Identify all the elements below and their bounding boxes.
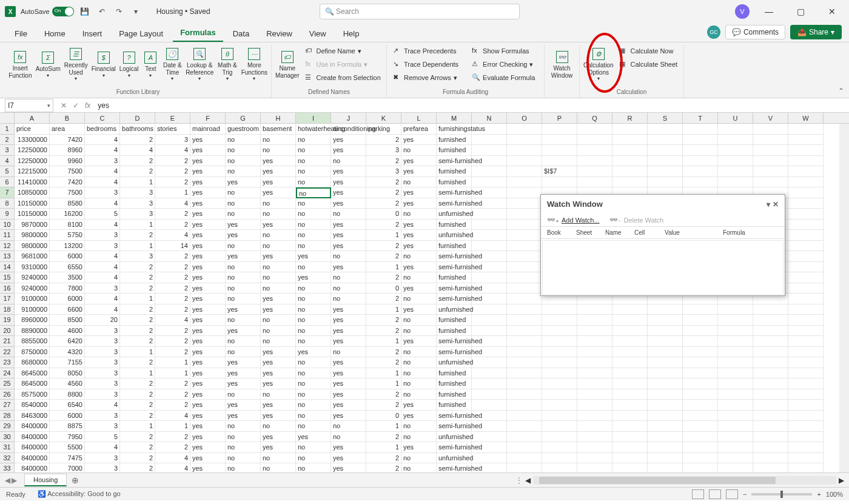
cell[interactable] (507, 272, 542, 283)
cell[interactable]: 2 (366, 251, 401, 262)
cell[interactable]: 4 (85, 262, 120, 273)
cell[interactable] (507, 421, 542, 432)
cell[interactable]: 8875 (50, 421, 85, 432)
cell[interactable]: 2 (366, 326, 401, 337)
cell[interactable]: no (296, 389, 331, 400)
cell[interactable]: 3500 (50, 272, 85, 283)
cell[interactable]: 6540 (50, 400, 85, 411)
cell[interactable] (542, 411, 577, 422)
cell[interactable]: 1 (155, 421, 190, 432)
cell[interactable]: semi-furnished (437, 421, 472, 432)
cell[interactable]: yes (190, 378, 226, 389)
cell[interactable]: no (401, 209, 437, 220)
cell[interactable]: 6000 (50, 411, 85, 422)
cell[interactable]: 8400000 (15, 453, 50, 464)
minimize-icon[interactable]: — (757, 2, 781, 21)
cell[interactable]: 8400000 (15, 442, 50, 453)
cell[interactable] (753, 421, 788, 432)
cell[interactable]: no (331, 156, 366, 167)
cell[interactable]: 5 (85, 209, 120, 220)
cell[interactable]: no (296, 442, 331, 453)
column-header[interactable]: K (366, 113, 401, 123)
cell[interactable]: 1 (120, 347, 155, 358)
cell[interactable] (612, 368, 648, 379)
cell[interactable] (577, 357, 612, 368)
cell[interactable] (683, 166, 718, 177)
cell[interactable]: 4 (85, 442, 120, 453)
cell[interactable] (472, 411, 507, 422)
cell[interactable]: yes (261, 347, 296, 358)
tab-insert[interactable]: Insert (75, 25, 110, 42)
cell[interactable]: 2 (120, 156, 155, 167)
cell[interactable]: 2 (120, 432, 155, 443)
cell[interactable] (507, 304, 542, 315)
row-header[interactable]: 5 (0, 166, 15, 177)
cell[interactable] (753, 357, 788, 368)
cell[interactable] (648, 156, 683, 167)
cell[interactable] (648, 145, 683, 156)
cell[interactable] (683, 315, 718, 326)
cell[interactable]: 7420 (50, 135, 85, 146)
cell[interactable]: no (296, 326, 331, 337)
cell[interactable] (753, 432, 788, 443)
cell[interactable] (788, 251, 824, 262)
cell[interactable]: no (296, 421, 331, 432)
cell[interactable]: no (296, 230, 331, 241)
cell[interactable] (788, 283, 824, 294)
insert-function-button[interactable]: fxInsert Function (7, 45, 33, 85)
cell[interactable]: 13300000 (15, 135, 50, 146)
cell[interactable]: 3 (85, 357, 120, 368)
cell[interactable]: 4 (155, 463, 190, 472)
cell[interactable] (577, 453, 612, 464)
date-time-button[interactable]: 🕐Date & Time▾ (162, 45, 184, 85)
fx-icon[interactable]: fx (82, 101, 93, 110)
cell[interactable] (542, 124, 577, 135)
cell[interactable] (472, 177, 507, 188)
cells[interactable]: priceareabedroomsbathroomsstoriesmainroa… (15, 124, 849, 472)
cell[interactable]: no (261, 145, 296, 156)
cell[interactable]: furnished (437, 241, 472, 252)
cell[interactable]: furnished (437, 145, 472, 156)
cell[interactable] (718, 389, 753, 400)
cell[interactable]: yes (261, 357, 296, 368)
cell[interactable]: yes (401, 283, 437, 294)
cell[interactable]: 2 (366, 198, 401, 209)
cell[interactable]: no (296, 463, 331, 472)
cell[interactable] (753, 378, 788, 389)
cell[interactable]: 1 (366, 336, 401, 347)
cell[interactable]: no (226, 294, 261, 304)
close-icon[interactable]: ✕ (820, 2, 844, 21)
cell[interactable]: no (401, 357, 437, 368)
cell[interactable]: unfurnished (437, 453, 472, 464)
select-all-corner[interactable] (0, 113, 15, 123)
cell[interactable]: yes (331, 177, 366, 188)
cell[interactable]: 7420 (50, 177, 85, 188)
cell[interactable]: 2 (155, 442, 190, 453)
page-break-view-icon[interactable] (726, 489, 738, 499)
cell[interactable]: yes (401, 135, 437, 146)
cell[interactable] (542, 442, 577, 453)
evaluate-formula-button[interactable]: 🔍Evaluate Formula (468, 72, 539, 84)
cell[interactable]: 4 (85, 304, 120, 315)
cell[interactable]: no (261, 209, 296, 220)
undo-icon[interactable]: ↶ (96, 5, 108, 18)
cell[interactable]: yes (261, 368, 296, 379)
row-header[interactable]: 29 (0, 421, 15, 432)
cell[interactable] (648, 411, 683, 422)
cell[interactable] (788, 220, 824, 230)
cell[interactable]: yes (401, 411, 437, 422)
search-input[interactable]: 🔍 Search (320, 4, 520, 19)
cell[interactable] (683, 368, 718, 379)
column-header[interactable]: Q (577, 113, 612, 123)
cell[interactable]: no (226, 421, 261, 432)
cell[interactable] (788, 336, 824, 347)
cell[interactable]: 2 (366, 389, 401, 400)
cell[interactable] (612, 442, 648, 453)
cell[interactable] (612, 326, 648, 337)
cell[interactable] (612, 177, 648, 188)
cell[interactable]: no (296, 198, 331, 209)
cell[interactable]: 2 (120, 262, 155, 273)
column-header[interactable]: H (261, 113, 296, 123)
cell[interactable] (753, 315, 788, 326)
cell[interactable]: 2 (366, 294, 401, 304)
